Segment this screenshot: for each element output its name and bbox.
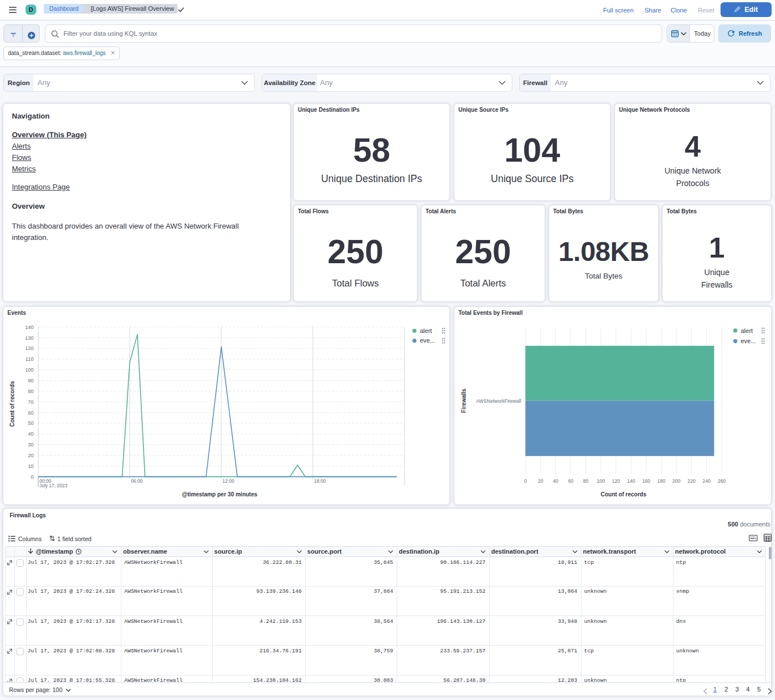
- svg-text:130: 130: [25, 335, 33, 341]
- svg-text:80: 80: [28, 389, 33, 394]
- svg-text:70: 70: [28, 399, 33, 405]
- svg-text:AWSNetworkFirewall: AWSNetworkFirewall: [476, 398, 521, 404]
- svg-text:30: 30: [28, 442, 33, 448]
- svg-text:0: 0: [31, 474, 33, 480]
- svg-text:July 17, 2023: July 17, 2023: [39, 483, 68, 488]
- svg-text:120: 120: [25, 345, 33, 351]
- svg-text:260: 260: [718, 478, 726, 484]
- svg-text:200: 200: [672, 478, 680, 484]
- svg-text:60: 60: [568, 478, 574, 484]
- svg-text:12:00: 12:00: [222, 478, 234, 484]
- svg-text:60: 60: [28, 410, 33, 416]
- svg-text:20: 20: [28, 453, 33, 458]
- svg-text:Firewalls: Firewalls: [461, 389, 467, 413]
- svg-text:80: 80: [583, 478, 589, 484]
- svg-text:40: 40: [28, 431, 33, 437]
- svg-text:eve...: eve...: [741, 338, 756, 344]
- svg-text:160: 160: [642, 478, 650, 484]
- svg-text:180: 180: [658, 478, 666, 484]
- svg-text:100: 100: [597, 478, 605, 484]
- svg-text:0: 0: [524, 478, 527, 484]
- svg-text:100: 100: [25, 367, 33, 373]
- svg-text:140: 140: [25, 324, 33, 330]
- svg-text:110: 110: [26, 356, 33, 362]
- svg-text:90: 90: [28, 378, 33, 383]
- svg-text:eve...: eve...: [420, 337, 435, 344]
- svg-text:18:00: 18:00: [314, 478, 326, 484]
- svg-text:06:00: 06:00: [131, 478, 143, 484]
- svg-text:40: 40: [553, 478, 559, 484]
- svg-text:alert: alert: [741, 327, 753, 334]
- svg-text:10: 10: [28, 463, 33, 469]
- svg-text:220: 220: [688, 478, 696, 484]
- svg-text:@timestamp per 30 minutes: @timestamp per 30 minutes: [182, 491, 258, 497]
- svg-text:20: 20: [538, 478, 544, 484]
- svg-text:Count of records: Count of records: [601, 491, 647, 497]
- svg-text:50: 50: [28, 420, 33, 426]
- svg-text:120: 120: [612, 478, 620, 484]
- svg-text:alert: alert: [420, 327, 432, 334]
- svg-text:240: 240: [702, 478, 710, 484]
- svg-text:Count of records: Count of records: [9, 381, 15, 427]
- svg-text:140: 140: [627, 478, 635, 484]
